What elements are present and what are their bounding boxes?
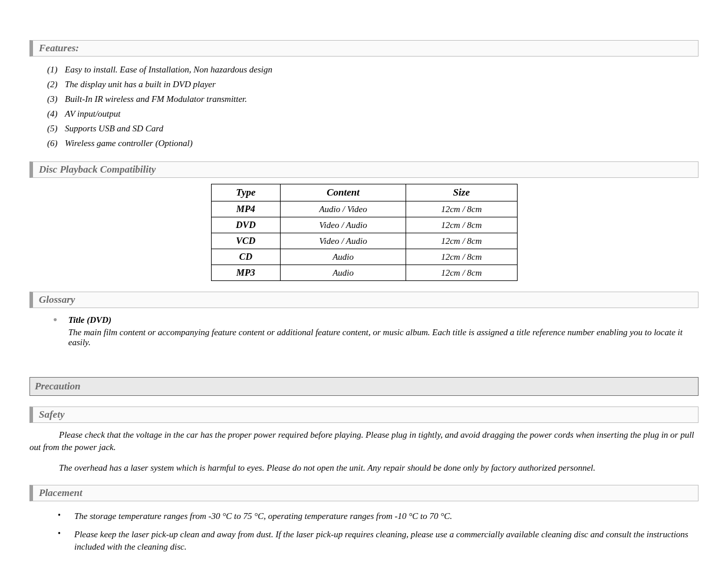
cell-content: Audio bbox=[281, 265, 406, 281]
safety-para: Please check that the voltage in the car… bbox=[29, 429, 699, 454]
cell-content: Video / Audio bbox=[281, 233, 406, 249]
section-title: Glossary bbox=[39, 294, 75, 305]
table-row: CD Audio 12cm / 8cm bbox=[211, 249, 517, 265]
feature-text: Easy to install. Ease of Installation, N… bbox=[65, 65, 272, 74]
glossary-list: ● Title (DVD) The main film content or a… bbox=[29, 315, 699, 348]
cell-content: Video / Audio bbox=[281, 217, 406, 233]
table-row: VCD Video / Audio 12cm / 8cm bbox=[211, 233, 517, 249]
th-content: Content bbox=[281, 184, 406, 201]
cell-type: MP4 bbox=[211, 201, 281, 217]
list-item: (5)Supports USB and SD Card bbox=[47, 121, 699, 136]
list-item: Please keep the laser pick-up clean and … bbox=[58, 525, 699, 556]
list-item: (1)Easy to install. Ease of Installation… bbox=[47, 62, 699, 77]
list-item: (3)Built-In IR wireless and FM Modulator… bbox=[47, 92, 699, 107]
table-row: MP4 Audio / Video 12cm / 8cm bbox=[211, 201, 517, 217]
section-title: Placement bbox=[39, 487, 83, 498]
section-title: Safety bbox=[39, 409, 64, 420]
list-item: (4)AV input/output bbox=[47, 107, 699, 121]
section-header-safety: Safety bbox=[29, 406, 699, 423]
list-item: (6)Wireless game controller (Optional) bbox=[47, 136, 699, 151]
th-size: Size bbox=[406, 184, 517, 201]
cell-type: CD bbox=[211, 249, 281, 265]
placement-text: The storage temperature ranges from -30 … bbox=[74, 511, 452, 521]
bullet-icon: ● bbox=[53, 315, 66, 324]
compat-table: Type Content Size MP4 Audio / Video 12cm… bbox=[211, 184, 518, 281]
cell-size: 12cm / 8cm bbox=[406, 217, 517, 233]
placement-list: The storage temperature ranges from -30 … bbox=[29, 507, 699, 562]
cell-type: MP3 bbox=[211, 265, 281, 281]
features-list: (1)Easy to install. Ease of Installation… bbox=[29, 62, 699, 151]
feature-text: The display unit has a built in DVD play… bbox=[65, 80, 216, 89]
section-header-glossary: Glossary bbox=[29, 292, 699, 308]
cell-type: VCD bbox=[211, 233, 281, 249]
cell-size: 12cm / 8cm bbox=[406, 233, 517, 249]
th-type: Type bbox=[211, 184, 281, 201]
cell-content: Audio / Video bbox=[281, 201, 406, 217]
list-item: (2)The display unit has a built in DVD p… bbox=[47, 77, 699, 92]
glossary-item: ● Title (DVD) The main film content or a… bbox=[53, 315, 699, 348]
section-header-compat: Disc Playback Compatibility bbox=[29, 161, 699, 178]
placement-text: Please keep the laser pick-up clean and … bbox=[74, 530, 689, 551]
safety-para: The overhead has a laser system which is… bbox=[29, 462, 699, 474]
feature-text: Wireless game controller (Optional) bbox=[65, 138, 193, 148]
list-item: The storage temperature ranges from -30 … bbox=[58, 507, 699, 525]
cell-content: Audio bbox=[281, 249, 406, 265]
section-title: Features: bbox=[39, 42, 79, 54]
cell-size: 12cm / 8cm bbox=[406, 265, 517, 281]
list-item: Do not expose this unit to rain or moist… bbox=[58, 556, 699, 562]
table-row: MP3 Audio 12cm / 8cm bbox=[211, 265, 517, 281]
glossary-def: The main film content or accompanying fe… bbox=[68, 328, 699, 348]
feature-text: AV input/output bbox=[65, 109, 120, 118]
glossary-term: Title (DVD) bbox=[68, 315, 111, 325]
feature-text: Built-In IR wireless and FM Modulator tr… bbox=[65, 94, 247, 104]
cell-size: 12cm / 8cm bbox=[406, 249, 517, 265]
section-header-features: Features: bbox=[29, 40, 699, 57]
cell-size: 12cm / 8cm bbox=[406, 201, 517, 217]
section-title: Precaution bbox=[35, 381, 80, 392]
section-header-placement: Placement bbox=[29, 485, 699, 501]
section-title: Disc Playback Compatibility bbox=[39, 164, 156, 175]
section-header-precaution: Precaution bbox=[29, 377, 699, 396]
feature-text: Supports USB and SD Card bbox=[65, 124, 163, 133]
table-row: DVD Video / Audio 12cm / 8cm bbox=[211, 217, 517, 233]
cell-type: DVD bbox=[211, 217, 281, 233]
